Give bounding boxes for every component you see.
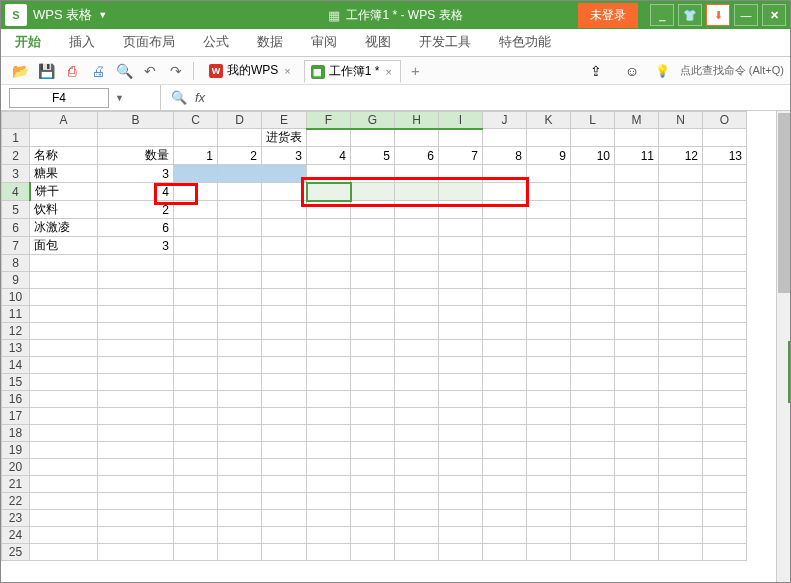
- cell-A5[interactable]: 饮料: [30, 201, 98, 219]
- cell-I5[interactable]: [439, 201, 483, 219]
- cell-O5[interactable]: [703, 201, 747, 219]
- cell-G25[interactable]: [351, 544, 395, 561]
- cell-C9[interactable]: [174, 272, 218, 289]
- cell-L18[interactable]: [571, 425, 615, 442]
- cell-O9[interactable]: [703, 272, 747, 289]
- cell-C18[interactable]: [174, 425, 218, 442]
- cell-M6[interactable]: [615, 219, 659, 237]
- cell-M15[interactable]: [615, 374, 659, 391]
- cell-J11[interactable]: [483, 306, 527, 323]
- row-header-24[interactable]: 24: [2, 527, 30, 544]
- cell-K22[interactable]: [527, 493, 571, 510]
- cell-E22[interactable]: [262, 493, 307, 510]
- cell-N8[interactable]: [659, 255, 703, 272]
- cell-L23[interactable]: [571, 510, 615, 527]
- cell-L2[interactable]: 10: [571, 147, 615, 165]
- cell-B2[interactable]: 数量: [98, 147, 174, 165]
- cell-E25[interactable]: [262, 544, 307, 561]
- side-panel-handle[interactable]: [788, 341, 790, 403]
- cell-M11[interactable]: [615, 306, 659, 323]
- cell-B8[interactable]: [98, 255, 174, 272]
- cell-O23[interactable]: [703, 510, 747, 527]
- select-all-corner[interactable]: [2, 112, 30, 129]
- row-header-2[interactable]: 2: [2, 147, 30, 165]
- cell-B19[interactable]: [98, 442, 174, 459]
- cell-O20[interactable]: [703, 459, 747, 476]
- cell-G2[interactable]: 5: [351, 147, 395, 165]
- cell-C1[interactable]: [174, 129, 218, 147]
- cell-B16[interactable]: [98, 391, 174, 408]
- cell-C22[interactable]: [174, 493, 218, 510]
- cell-D2[interactable]: 2: [218, 147, 262, 165]
- cell-F22[interactable]: [307, 493, 351, 510]
- cell-I24[interactable]: [439, 527, 483, 544]
- cell-I4[interactable]: [439, 183, 483, 201]
- cell-I3[interactable]: [439, 165, 483, 183]
- cell-B17[interactable]: [98, 408, 174, 425]
- cell-H24[interactable]: [395, 527, 439, 544]
- cell-O16[interactable]: [703, 391, 747, 408]
- cell-K25[interactable]: [527, 544, 571, 561]
- column-header-E[interactable]: E: [262, 112, 307, 129]
- cell-H14[interactable]: [395, 357, 439, 374]
- name-box[interactable]: [9, 88, 109, 108]
- insert-function-icon[interactable]: 🔍: [171, 90, 187, 105]
- cell-O6[interactable]: [703, 219, 747, 237]
- cell-N11[interactable]: [659, 306, 703, 323]
- cell-N25[interactable]: [659, 544, 703, 561]
- cell-A24[interactable]: [30, 527, 98, 544]
- cell-C13[interactable]: [174, 340, 218, 357]
- cell-H23[interactable]: [395, 510, 439, 527]
- cell-D3[interactable]: [218, 165, 262, 183]
- skin-button[interactable]: 👕: [678, 4, 702, 26]
- cell-M4[interactable]: [615, 183, 659, 201]
- cell-J25[interactable]: [483, 544, 527, 561]
- cell-O13[interactable]: [703, 340, 747, 357]
- cell-J2[interactable]: 8: [483, 147, 527, 165]
- menu-data[interactable]: 数据: [253, 28, 287, 56]
- cell-G8[interactable]: [351, 255, 395, 272]
- cell-J4[interactable]: [483, 183, 527, 201]
- row-header-20[interactable]: 20: [2, 459, 30, 476]
- cell-B7[interactable]: 3: [98, 237, 174, 255]
- menu-start[interactable]: 开始: [11, 28, 45, 56]
- close-button[interactable]: ✕: [762, 4, 786, 26]
- cell-D23[interactable]: [218, 510, 262, 527]
- cell-E17[interactable]: [262, 408, 307, 425]
- open-icon[interactable]: 📂: [11, 62, 29, 80]
- cell-C5[interactable]: [174, 201, 218, 219]
- column-header-J[interactable]: J: [483, 112, 527, 129]
- cell-M2[interactable]: 11: [615, 147, 659, 165]
- cell-G19[interactable]: [351, 442, 395, 459]
- row-header-15[interactable]: 15: [2, 374, 30, 391]
- cell-A4[interactable]: 饼干: [30, 183, 98, 201]
- cell-C11[interactable]: [174, 306, 218, 323]
- cell-H19[interactable]: [395, 442, 439, 459]
- cell-F13[interactable]: [307, 340, 351, 357]
- cell-G24[interactable]: [351, 527, 395, 544]
- cell-L7[interactable]: [571, 237, 615, 255]
- cell-L21[interactable]: [571, 476, 615, 493]
- row-header-8[interactable]: 8: [2, 255, 30, 272]
- cell-E19[interactable]: [262, 442, 307, 459]
- column-header-O[interactable]: O: [703, 112, 747, 129]
- cell-H15[interactable]: [395, 374, 439, 391]
- cell-A1[interactable]: [30, 129, 98, 147]
- cell-I7[interactable]: [439, 237, 483, 255]
- cell-B3[interactable]: 3: [98, 165, 174, 183]
- cell-F12[interactable]: [307, 323, 351, 340]
- cell-I13[interactable]: [439, 340, 483, 357]
- tab-close-icon[interactable]: ×: [282, 65, 292, 77]
- cell-A3[interactable]: 糖果: [30, 165, 98, 183]
- cell-N9[interactable]: [659, 272, 703, 289]
- cell-F19[interactable]: [307, 442, 351, 459]
- cell-F2[interactable]: 4: [307, 147, 351, 165]
- cell-M17[interactable]: [615, 408, 659, 425]
- export-pdf-icon[interactable]: ⎙: [63, 62, 81, 80]
- cell-A8[interactable]: [30, 255, 98, 272]
- cell-L11[interactable]: [571, 306, 615, 323]
- cell-K12[interactable]: [527, 323, 571, 340]
- cell-D4[interactable]: [218, 183, 262, 201]
- cell-K11[interactable]: [527, 306, 571, 323]
- cell-I10[interactable]: [439, 289, 483, 306]
